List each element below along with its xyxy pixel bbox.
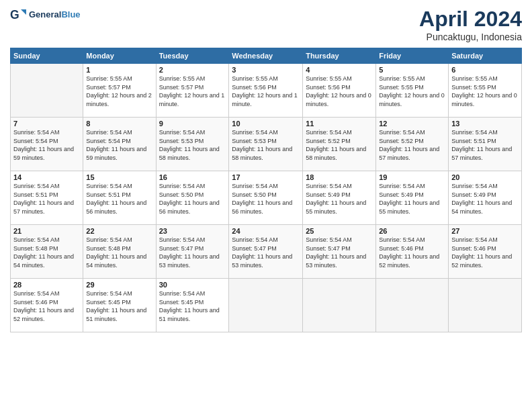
day-cell: 30Sunrise: 5:54 AMSunset: 5:45 PMDayligh… [156,279,229,332]
day-number: 5 [379,66,445,74]
day-info: Sunrise: 5:54 AMSunset: 5:47 PMDaylight:… [232,236,300,269]
day-number: 30 [159,281,226,289]
day-info: Sunrise: 5:54 AMSunset: 5:47 PMDaylight:… [159,236,226,269]
day-number: 21 [13,227,80,235]
logo: G GeneralBlue [10,7,81,23]
week-row-2: 7Sunrise: 5:54 AMSunset: 5:54 PMDaylight… [11,118,522,171]
day-number: 16 [159,173,226,181]
svg-marker-1 [21,9,26,15]
calendar-table: SundayMondayTuesdayWednesdayThursdayFrid… [10,48,522,332]
day-number: 27 [451,227,519,235]
day-number: 23 [159,227,226,235]
day-cell: 15Sunrise: 5:54 AMSunset: 5:51 PMDayligh… [83,171,156,225]
day-cell: 20Sunrise: 5:54 AMSunset: 5:49 PMDayligh… [449,171,522,225]
day-info: Sunrise: 5:54 AMSunset: 5:53 PMDaylight:… [232,128,300,162]
col-header-friday: Friday [376,48,449,64]
day-info: Sunrise: 5:54 AMSunset: 5:48 PMDaylight:… [13,236,80,269]
col-header-wednesday: Wednesday [229,48,303,64]
day-info: Sunrise: 5:54 AMSunset: 5:50 PMDaylight:… [232,182,300,216]
subtitle: Puncaktugu, Indonesia [419,32,522,42]
day-number: 1 [86,66,152,74]
title-block: April 2024 Puncaktugu, Indonesia [419,7,522,42]
day-cell: 7Sunrise: 5:54 AMSunset: 5:54 PMDaylight… [11,118,83,171]
day-info: Sunrise: 5:54 AMSunset: 5:52 PMDaylight:… [379,128,445,162]
day-number: 14 [13,173,80,181]
week-row-3: 14Sunrise: 5:54 AMSunset: 5:51 PMDayligh… [11,171,522,225]
day-cell: 13Sunrise: 5:54 AMSunset: 5:51 PMDayligh… [449,118,522,171]
day-number: 15 [86,173,152,181]
day-number: 29 [86,281,152,289]
day-cell: 22Sunrise: 5:54 AMSunset: 5:48 PMDayligh… [83,225,156,279]
day-cell: 12Sunrise: 5:54 AMSunset: 5:52 PMDayligh… [376,118,449,171]
day-info: Sunrise: 5:54 AMSunset: 5:49 PMDaylight:… [379,182,445,216]
day-info: Sunrise: 5:54 AMSunset: 5:50 PMDaylight:… [159,182,226,216]
day-info: Sunrise: 5:54 AMSunset: 5:51 PMDaylight:… [13,182,80,216]
day-number: 11 [306,120,373,128]
day-info: Sunrise: 5:54 AMSunset: 5:49 PMDaylight:… [306,182,373,216]
day-cell [303,279,376,332]
day-cell: 6Sunrise: 5:55 AMSunset: 5:55 PMDaylight… [449,64,522,118]
day-info: Sunrise: 5:54 AMSunset: 5:45 PMDaylight:… [86,289,152,323]
day-number: 7 [13,120,80,128]
day-info: Sunrise: 5:55 AMSunset: 5:57 PMDaylight:… [86,75,152,108]
day-number: 3 [232,66,300,74]
day-info: Sunrise: 5:54 AMSunset: 5:47 PMDaylight:… [306,236,373,269]
day-cell: 25Sunrise: 5:54 AMSunset: 5:47 PMDayligh… [303,225,376,279]
day-cell: 24Sunrise: 5:54 AMSunset: 5:47 PMDayligh… [229,225,303,279]
day-cell: 11Sunrise: 5:54 AMSunset: 5:52 PMDayligh… [303,118,376,171]
day-number: 28 [13,281,80,289]
day-info: Sunrise: 5:54 AMSunset: 5:48 PMDaylight:… [86,236,152,269]
day-cell: 17Sunrise: 5:54 AMSunset: 5:50 PMDayligh… [229,171,303,225]
day-info: Sunrise: 5:54 AMSunset: 5:51 PMDaylight:… [451,128,519,162]
week-row-1: 1Sunrise: 5:55 AMSunset: 5:57 PMDaylight… [11,64,522,118]
day-info: Sunrise: 5:54 AMSunset: 5:53 PMDaylight:… [159,128,226,162]
week-row-5: 28Sunrise: 5:54 AMSunset: 5:46 PMDayligh… [11,279,522,332]
day-number: 9 [159,120,226,128]
day-number: 12 [379,120,445,128]
logo-general-text: General [29,9,61,19]
main-container: G GeneralBlue April 2024 Puncaktugu, Ind… [0,0,532,339]
col-header-thursday: Thursday [303,48,376,64]
day-cell [376,279,449,332]
day-number: 25 [306,227,373,235]
day-info: Sunrise: 5:54 AMSunset: 5:45 PMDaylight:… [159,289,226,323]
day-info: Sunrise: 5:54 AMSunset: 5:46 PMDaylight:… [379,236,445,269]
day-cell: 3Sunrise: 5:55 AMSunset: 5:56 PMDaylight… [229,64,303,118]
day-info: Sunrise: 5:55 AMSunset: 5:57 PMDaylight:… [159,75,226,108]
day-number: 6 [451,66,519,74]
day-number: 8 [86,120,152,128]
day-cell [229,279,303,332]
svg-text:G: G [10,8,19,21]
day-cell: 1Sunrise: 5:55 AMSunset: 5:57 PMDaylight… [83,64,156,118]
day-cell: 9Sunrise: 5:54 AMSunset: 5:53 PMDaylight… [156,118,229,171]
col-header-tuesday: Tuesday [156,48,229,64]
logo-blue-text: Blue [61,9,80,19]
header-row: SundayMondayTuesdayWednesdayThursdayFrid… [11,48,522,64]
day-cell: 14Sunrise: 5:54 AMSunset: 5:51 PMDayligh… [11,171,83,225]
day-number: 17 [232,173,300,181]
day-info: Sunrise: 5:54 AMSunset: 5:51 PMDaylight:… [86,182,152,216]
day-cell: 2Sunrise: 5:55 AMSunset: 5:57 PMDaylight… [156,64,229,118]
day-info: Sunrise: 5:55 AMSunset: 5:55 PMDaylight:… [451,75,519,108]
week-row-4: 21Sunrise: 5:54 AMSunset: 5:48 PMDayligh… [11,225,522,279]
logo-icon: G [10,7,26,23]
month-title: April 2024 [419,7,522,32]
day-number: 4 [306,66,373,74]
day-number: 20 [451,173,519,181]
day-cell [11,64,83,118]
day-cell: 16Sunrise: 5:54 AMSunset: 5:50 PMDayligh… [156,171,229,225]
day-number: 19 [379,173,445,181]
col-header-sunday: Sunday [11,48,83,64]
day-cell: 19Sunrise: 5:54 AMSunset: 5:49 PMDayligh… [376,171,449,225]
day-cell: 4Sunrise: 5:55 AMSunset: 5:56 PMDaylight… [303,64,376,118]
day-number: 2 [159,66,226,74]
header: G GeneralBlue April 2024 Puncaktugu, Ind… [10,7,522,42]
day-cell: 29Sunrise: 5:54 AMSunset: 5:45 PMDayligh… [83,279,156,332]
day-cell: 21Sunrise: 5:54 AMSunset: 5:48 PMDayligh… [11,225,83,279]
day-number: 22 [86,227,152,235]
col-header-saturday: Saturday [449,48,522,64]
day-info: Sunrise: 5:55 AMSunset: 5:56 PMDaylight:… [306,75,373,108]
day-number: 18 [306,173,373,181]
day-cell: 26Sunrise: 5:54 AMSunset: 5:46 PMDayligh… [376,225,449,279]
day-number: 24 [232,227,300,235]
